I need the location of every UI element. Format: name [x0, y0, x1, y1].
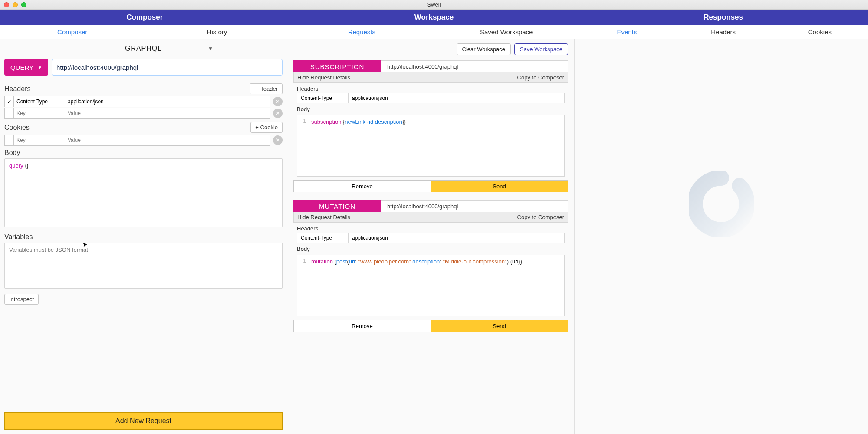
sub-nav: Composer History Requests Saved Workspac… — [0, 25, 868, 39]
tab-saved-workspace[interactable]: Saved Workspace — [434, 25, 579, 39]
body-editor[interactable]: query {} — [4, 158, 283, 227]
card-headers-label: Headers — [293, 223, 568, 233]
topbar-workspace-label: Workspace — [289, 10, 579, 25]
header-key-input[interactable] — [14, 108, 65, 119]
responses-panel — [575, 39, 868, 434]
card-header-row: Content-Type application/json — [297, 93, 565, 103]
card-body-code[interactable]: 1 mutation {post(url: "www.piedpiper.com… — [297, 255, 565, 316]
workspace-panel: Clear Workspace Save Workspace SUBSCRIPT… — [287, 39, 575, 434]
tab-response-cookies[interactable]: Cookies — [772, 25, 868, 39]
cookie-row-empty: ✕ — [4, 135, 283, 146]
request-type-badge: SUBSCRIPTION — [293, 60, 381, 72]
method-label: QUERY — [10, 64, 33, 71]
composer-panel: GRAPHQL ▼ QUERY ▼ Headers + Header ✓ Con… — [0, 39, 287, 434]
header-checkbox[interactable] — [4, 108, 14, 119]
url-input[interactable] — [52, 59, 283, 76]
copy-to-composer[interactable]: Copy to Composer — [517, 74, 564, 81]
cookie-checkbox[interactable] — [4, 135, 14, 146]
hide-request-details[interactable]: Hide Request Details — [297, 74, 350, 81]
variables-section-label: Variables — [4, 233, 33, 241]
delete-cookie-icon[interactable]: ✕ — [273, 135, 283, 145]
headers-section-label: Headers — [4, 85, 30, 93]
tab-history[interactable]: History — [145, 25, 289, 39]
send-request-button[interactable]: Send — [431, 180, 568, 192]
window-title: Swell — [0, 1, 868, 8]
titlebar: Swell — [0, 0, 868, 10]
clear-workspace-button[interactable]: Clear Workspace — [457, 43, 511, 55]
line-gutter: 1 — [297, 255, 309, 316]
introspect-button[interactable]: Introspect — [4, 294, 39, 305]
save-workspace-button[interactable]: Save Workspace — [514, 43, 568, 55]
hide-request-details[interactable]: Hide Request Details — [297, 214, 350, 220]
request-card-mutation: MUTATION http://localhost:4000/graphql H… — [293, 200, 568, 332]
request-url: http://localhost:4000/graphql — [381, 203, 568, 210]
close-window-icon[interactable] — [4, 2, 9, 7]
header-key[interactable]: Content-Type — [14, 96, 65, 107]
chevron-down-icon: ▼ — [208, 46, 213, 52]
card-header-row: Content-Type application/json — [297, 233, 565, 243]
protocol-selector[interactable]: GRAPHQL ▼ — [4, 40, 283, 57]
add-header-button[interactable]: + Header — [250, 83, 283, 94]
delete-header-icon[interactable]: ✕ — [273, 97, 283, 106]
header-row: ✓ Content-Type application/json ✕ — [4, 96, 283, 107]
card-body-label: Body — [293, 103, 568, 113]
header-value[interactable]: application/json — [65, 96, 270, 107]
cookie-key-input[interactable] — [14, 135, 65, 146]
header-checkbox[interactable]: ✓ — [4, 96, 14, 107]
body-section-label: Body — [4, 149, 20, 157]
loading-spinner-icon — [689, 171, 754, 238]
card-body-label: Body — [293, 243, 568, 253]
request-card-subscription: SUBSCRIPTION http://localhost:4000/graph… — [293, 60, 568, 192]
request-type-badge: MUTATION — [293, 200, 381, 212]
delete-header-icon[interactable]: ✕ — [273, 108, 283, 118]
protocol-label: GRAPHQL — [4, 45, 283, 53]
cookie-value-input[interactable] — [65, 135, 270, 146]
tab-composer[interactable]: Composer — [0, 25, 145, 39]
tab-response-headers[interactable]: Headers — [675, 25, 772, 39]
tab-events[interactable]: Events — [579, 25, 675, 39]
add-cookie-button[interactable]: + Cookie — [250, 122, 283, 133]
request-url: http://localhost:4000/graphql — [381, 63, 568, 70]
minimize-window-icon[interactable] — [13, 2, 18, 7]
top-section-bar: Composer Workspace Responses — [0, 10, 868, 25]
header-value-input[interactable] — [65, 108, 270, 119]
header-row-empty: ✕ — [4, 108, 283, 119]
topbar-responses-label: Responses — [579, 10, 868, 25]
method-dropdown[interactable]: QUERY ▼ — [4, 59, 48, 76]
add-new-request-button[interactable]: Add New Request — [4, 412, 283, 430]
line-gutter: 1 — [297, 115, 309, 176]
caret-down-icon: ▼ — [38, 65, 42, 70]
cookies-section-label: Cookies — [4, 124, 30, 132]
fullscreen-window-icon[interactable] — [21, 2, 26, 7]
card-body-code[interactable]: 1 subscription {newLink {id description}… — [297, 115, 565, 177]
variables-editor[interactable]: Variables must be JSON format — [4, 243, 283, 289]
tab-requests[interactable]: Requests — [289, 25, 434, 39]
send-request-button[interactable]: Send — [431, 320, 568, 332]
card-headers-label: Headers — [293, 83, 568, 93]
copy-to-composer[interactable]: Copy to Composer — [517, 214, 564, 220]
remove-request-button[interactable]: Remove — [293, 320, 431, 332]
topbar-composer-label: Composer — [0, 10, 289, 25]
remove-request-button[interactable]: Remove — [293, 180, 431, 192]
